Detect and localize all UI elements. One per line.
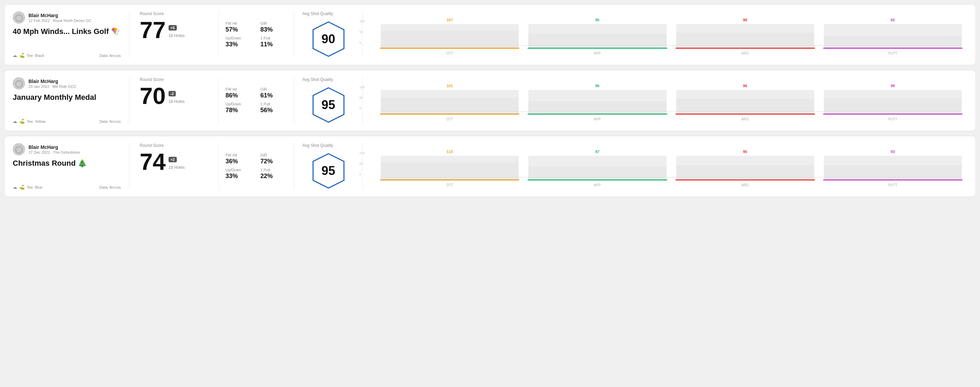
quality-section: Avg Shot Quality 95	[294, 143, 363, 190]
user-date: 12 Feb 2022 · Royal North Devon GC	[29, 19, 91, 23]
bar-line	[380, 179, 519, 181]
bar-column: 95 ARG	[676, 149, 814, 187]
score-display: 74 +2 18 Holes	[140, 150, 208, 173]
round-card: ◯ Blair McHarg 12 Feb 2022 · Royal North…	[4, 4, 976, 65]
fw-hit-value: 57%	[226, 26, 252, 33]
bar-label: PUTT	[888, 117, 897, 121]
quality-section: Avg Shot Quality 95	[294, 77, 363, 124]
tee-info: ☁ ⛳ Tee: Blue	[13, 185, 43, 190]
avatar: ◯	[13, 143, 25, 155]
fw-hit-stat: FW Hit 36%	[226, 153, 252, 165]
updown-stat: Up/Down 33%	[226, 36, 252, 48]
bar-column: 86 APP	[528, 84, 666, 121]
gir-label: GIR	[261, 21, 287, 25]
chart-section: 100 50 0 110 OTT 87	[363, 143, 967, 190]
gir-label: GIR	[261, 87, 287, 91]
gir-value: 72%	[261, 158, 287, 165]
round-score-label: Round Score	[140, 11, 208, 16]
footer-info: ☁ ⛳ Tee: Yellow Data: Arccos	[13, 119, 121, 124]
oneputt-label: 1 Putt	[261, 168, 287, 172]
updown-label: Up/Down	[226, 102, 252, 106]
score-number: 74	[140, 150, 166, 173]
updown-label: Up/Down	[226, 168, 252, 172]
score-number: 70	[140, 84, 166, 107]
tee-info: ☁ ⛳ Tee: Yellow	[13, 119, 46, 124]
updown-stat: Up/Down 33%	[226, 168, 252, 180]
user-icon: ◯	[15, 79, 23, 87]
score-badge: -2	[169, 91, 176, 97]
chart-axis-line	[381, 45, 962, 46]
user-date: 29 Jan 2022 · Mill Ride GCC	[29, 84, 76, 89]
bar-fill	[528, 34, 666, 49]
bar-fill	[824, 98, 962, 114]
bar-value: 87	[595, 149, 599, 154]
avg-shot-quality-label: Avg Shot Quality	[302, 11, 333, 16]
bar-line	[676, 48, 815, 49]
stats-grid: FW Hit 36% GIR 72% Up/Down 33% 1 Putt 22…	[226, 153, 287, 180]
round-title: Christmas Round 🎄	[13, 159, 121, 168]
round-title: January Monthly Medal	[13, 93, 121, 102]
updown-value: 33%	[226, 173, 252, 180]
bar-label: OTT	[446, 117, 453, 121]
bar-label: APP	[594, 183, 601, 187]
bar-label: ARG	[741, 117, 749, 121]
user-name: Blair McHarg	[29, 79, 76, 84]
round-card: ◯ Blair McHarg 29 Jan 2022 · Mill Ride G…	[4, 70, 976, 131]
bar-column: 93 PUTT	[824, 149, 962, 187]
fw-hit-value: 86%	[226, 92, 252, 99]
hexagon-container: 95	[311, 86, 346, 124]
gir-value: 61%	[261, 92, 287, 99]
bar-value: 98	[743, 18, 747, 22]
bar-value: 95	[743, 149, 747, 154]
score-display: 77 +5 18 Holes	[140, 18, 208, 41]
weather-icon: ☁	[13, 119, 17, 124]
footer-info: ☁ ⛳ Tee: Black Data: Arccos	[13, 53, 121, 58]
fw-hit-label: FW Hit	[226, 153, 252, 157]
score-section: Round Score 77 +5 18 Holes	[129, 11, 219, 58]
bar-label: ARG	[741, 51, 749, 55]
updown-value: 78%	[226, 107, 252, 114]
oneputt-value: 56%	[261, 107, 287, 114]
bar-line	[528, 179, 667, 181]
bar-label: PUTT	[888, 51, 897, 55]
gir-stat: GIR 61%	[261, 87, 287, 99]
oneputt-label: 1 Putt	[261, 102, 287, 106]
quality-section: Avg Shot Quality 90	[294, 11, 363, 58]
bar-fill	[676, 33, 814, 49]
bar-fill	[381, 162, 519, 181]
bar-value: 96	[743, 84, 747, 88]
bar-label: OTT	[446, 51, 453, 55]
bar-value: 107	[447, 18, 453, 22]
chart-wrapper: 100 50 0 101 OTT 86	[370, 80, 962, 121]
avg-shot-quality-label: Avg Shot Quality	[302, 143, 333, 148]
chart-axis-line	[381, 177, 962, 178]
chart-y-axis: 100 50 0	[360, 86, 364, 110]
avatar: ◯	[13, 77, 25, 90]
bar-value: 101	[447, 84, 453, 88]
score-badge: +5	[169, 25, 177, 30]
bar-chart: 101 OTT 86 APP 96	[381, 80, 962, 121]
fw-hit-label: FW Hit	[226, 21, 252, 25]
bar-chart: 107 OTT 95 APP 98	[381, 14, 962, 55]
chart-axis-line	[381, 111, 962, 111]
updown-value: 33%	[226, 41, 252, 48]
holes-label: 18 Holes	[169, 165, 185, 170]
bar-column: 101 OTT	[381, 84, 519, 121]
left-section: ◯ Blair McHarg 12 Feb 2022 · Royal North…	[13, 11, 129, 58]
round-card: ◯ Blair McHarg 27 Dec 2021 · The Oxfords…	[4, 136, 976, 197]
bar-label: OTT	[446, 183, 453, 187]
weather-icon: ☁	[13, 53, 17, 58]
user-info: ◯ Blair McHarg 12 Feb 2022 · Royal North…	[13, 11, 121, 24]
weather-icon: ☁	[13, 185, 17, 190]
gir-stat: GIR 83%	[261, 21, 287, 33]
tee-label: Tee: Blue	[27, 185, 43, 189]
avatar: ◯	[13, 11, 25, 24]
tee-label: Tee: Black	[27, 54, 44, 58]
chart-wrapper: 100 50 0 110 OTT 87	[370, 146, 962, 187]
score-section: Round Score 70 -2 18 Holes	[129, 77, 219, 124]
score-number: 77	[140, 18, 166, 41]
user-date: 27 Dec 2021 · The Oxfordshire	[29, 150, 80, 154]
oneputt-stat: 1 Putt 56%	[261, 102, 287, 114]
bar-value: 93	[891, 149, 895, 154]
chart-y-axis: 100 50 0	[360, 19, 364, 44]
